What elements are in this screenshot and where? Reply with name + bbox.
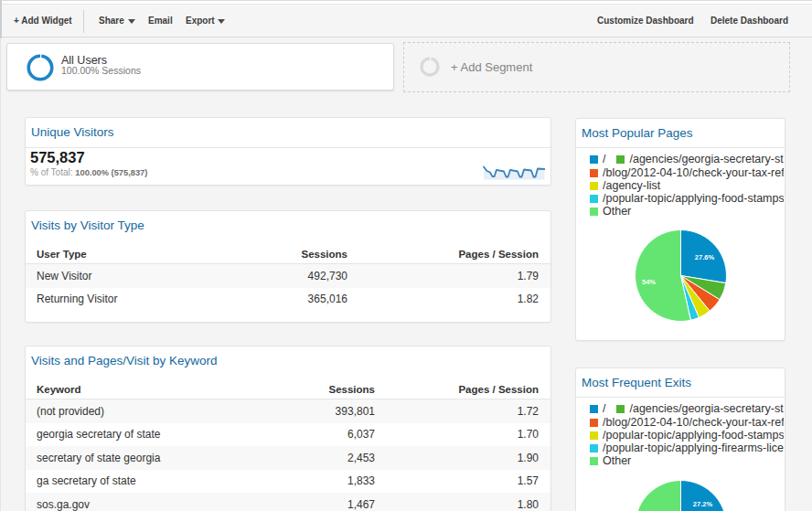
svg-text:54%: 54% [641,277,655,285]
svg-text:27.6%: 27.6% [694,253,714,261]
svg-text:27.2%: 27.2% [692,500,712,508]
